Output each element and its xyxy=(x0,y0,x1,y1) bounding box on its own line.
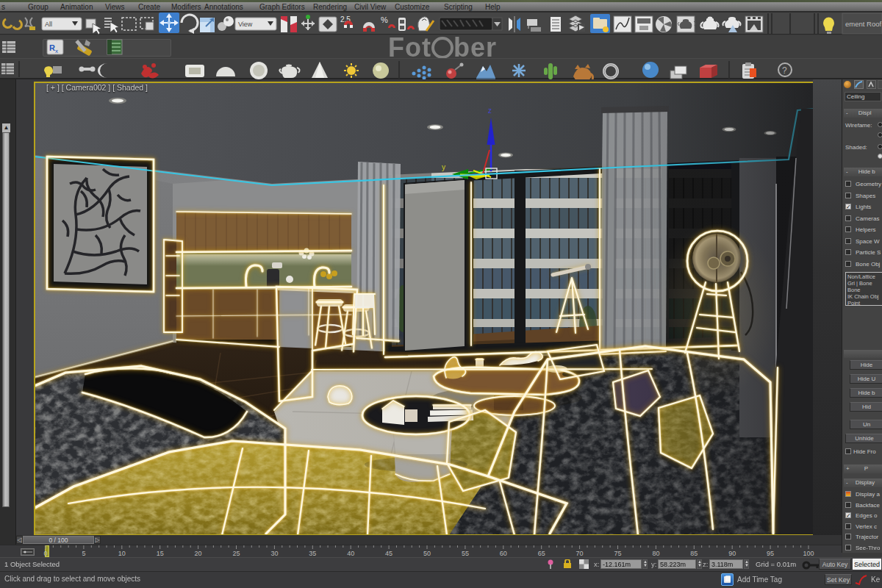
svg-text:z: z xyxy=(488,107,492,115)
svg-text:0: 0 xyxy=(43,550,47,557)
svg-text:View: View xyxy=(238,21,253,28)
svg-text:85: 85 xyxy=(690,550,698,557)
svg-text:55: 55 xyxy=(462,550,469,557)
svg-text:15: 15 xyxy=(157,550,164,557)
svg-text:?: ? xyxy=(782,65,787,76)
svg-text:y: y xyxy=(442,163,445,171)
svg-text:50: 50 xyxy=(423,550,431,557)
svg-text:45: 45 xyxy=(385,550,392,557)
svg-text:x: x xyxy=(55,48,58,54)
svg-text:25: 25 xyxy=(232,550,240,557)
svg-text:75: 75 xyxy=(614,550,621,557)
svg-text:%: % xyxy=(381,15,388,24)
svg-text:ement Roof: ement Roof xyxy=(845,20,881,28)
svg-text:R: R xyxy=(49,43,55,52)
svg-text:60: 60 xyxy=(500,550,507,557)
svg-text:65: 65 xyxy=(538,550,545,557)
svg-text:35: 35 xyxy=(309,550,316,557)
svg-text:10: 10 xyxy=(118,550,126,557)
svg-text:5: 5 xyxy=(82,550,85,557)
svg-text:30: 30 xyxy=(270,550,278,557)
svg-text:40: 40 xyxy=(347,550,354,557)
svg-text:90: 90 xyxy=(728,550,736,557)
svg-text:80: 80 xyxy=(652,550,659,557)
svg-text:100: 100 xyxy=(803,550,814,557)
svg-text:70: 70 xyxy=(576,550,584,557)
svg-text:95: 95 xyxy=(767,550,774,557)
svg-text:20: 20 xyxy=(195,550,202,557)
svg-text:All: All xyxy=(45,21,52,28)
